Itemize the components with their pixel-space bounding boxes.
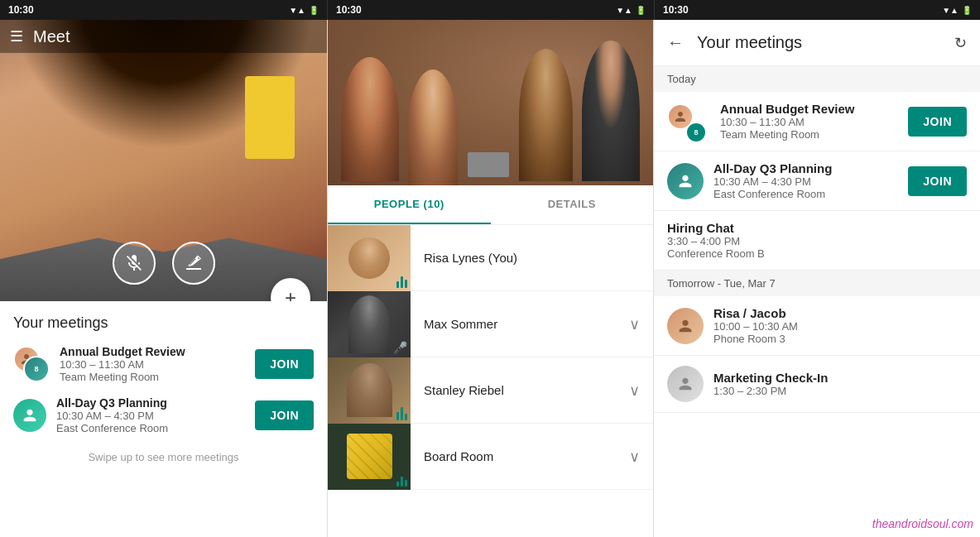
right-meeting-title-q3: All-Day Q3 Planning (713, 161, 898, 175)
right-meeting-q3: All-Day Q3 Planning 10:30 AM – 4:30 PM E… (654, 151, 980, 211)
swipe-hint: Swipe up to see more meetings (13, 448, 314, 463)
person-item-stanley: Stanley Riebel ∨ (328, 357, 653, 424)
status-bar-time-2: 10:30 (336, 4, 362, 16)
person-name-max: Max Sommer (411, 317, 629, 331)
panel-middle: PEOPLE (10) DETAILS Risa Lynes (You) (327, 20, 654, 537)
back-button[interactable]: ← (667, 33, 684, 52)
right-meeting-info-q3: All-Day Q3 Planning 10:30 AM – 4:30 PM E… (713, 161, 898, 200)
person-item-max: 🎤 Max Sommer ∨ (328, 291, 653, 357)
panel-right: ← Your meetings ↻ Today 8 Annual Budget … (654, 20, 980, 537)
camera-off-button[interactable] (172, 242, 215, 285)
person-thumb-stanley (328, 357, 411, 424)
right-meeting-room-q3: East Conference Room (713, 188, 898, 200)
muted-icon-max: 🎤 (393, 341, 407, 354)
right-header: ← Your meetings ↻ (654, 20, 980, 66)
refresh-button[interactable]: ↻ (954, 34, 967, 52)
video-controls (113, 242, 215, 285)
right-meeting-title-budget: Annual Budget Review (720, 102, 898, 116)
mute-button[interactable] (113, 242, 156, 285)
watermark: theandroidsoul.com (872, 517, 973, 530)
join-button-1[interactable]: JOIN (255, 349, 314, 379)
chevron-max: ∨ (629, 315, 653, 333)
audio-bars-risa (396, 276, 407, 288)
hiring-time: 3:30 – 4:00 PM (667, 235, 967, 247)
person-name-boardroom: Board Room (411, 449, 629, 463)
group-video-area (328, 20, 653, 185)
status-icons-3: ▼▲ 🔋 (942, 6, 972, 15)
right-meeting-info-marketing: Marketing Check-In 1:30 – 2:30 PM (713, 371, 967, 397)
section-tomorrow: Tomorrow - Tue, Mar 7 (654, 271, 980, 296)
status-icons-1: ▼▲ 🔋 (289, 6, 319, 15)
person-thumb-max: 🎤 (328, 291, 411, 357)
app-bar: ☰ Meet (0, 20, 327, 53)
meeting-info-2: All-Day Q3 Planning 10:30 AM – 4:30 PM E… (56, 396, 245, 434)
person-item-risa: Risa Lynes (You) (328, 225, 653, 291)
right-meeting-title-risa-jacob: Risa / Jacob (713, 306, 967, 320)
section-today: Today (654, 66, 980, 92)
status-bar-panel2: 10:30 ▼▲ 🔋 (327, 0, 654, 20)
fab-label: + (285, 286, 296, 301)
meeting-item-2: All-Day Q3 Planning 10:30 AM – 4:30 PM E… (13, 396, 314, 434)
avatar-count: 8 (23, 356, 50, 382)
right-meeting-time-risa-jacob: 10:00 – 10:30 AM (713, 320, 967, 333)
right-meeting-time-q3: 10:30 AM – 4:30 PM (713, 175, 898, 188)
video-area: ☰ Meet + (0, 20, 327, 301)
person-thumb-risa (328, 225, 411, 291)
app-title: Meet (33, 27, 70, 46)
meetings-list-panel1: Your meetings 8 Annual Budget Review 10:… (0, 301, 327, 537)
person-thumb-boardroom (328, 424, 411, 490)
right-meeting-title-marketing: Marketing Check-In (713, 371, 967, 385)
right-join-button-budget[interactable]: JOIN (908, 107, 967, 137)
right-meeting-time-marketing: 1:30 – 2:30 PM (713, 385, 967, 397)
tabs-bar: PEOPLE (10) DETAILS (328, 185, 653, 225)
meeting-time-2: 10:30 AM – 4:30 PM (56, 410, 245, 422)
right-title: Your meetings (697, 33, 954, 52)
meeting-room-1: Team Meeting Room (60, 371, 245, 383)
people-list: Risa Lynes (You) 🎤 Max Sommer ∨ (328, 225, 653, 537)
status-icons-2: ▼▲ 🔋 (616, 6, 646, 15)
background-object (245, 76, 295, 159)
audio-bars-stanley (396, 407, 407, 420)
hiring-chat-item: Hiring Chat 3:30 – 4:00 PM Conference Ro… (654, 211, 980, 271)
tab-people[interactable]: PEOPLE (10) (328, 185, 491, 224)
right-meeting-risa-jacob: Risa / Jacob 10:00 – 10:30 AM Phone Room… (654, 296, 980, 356)
meeting-avatar-stack-1: 8 (13, 346, 50, 382)
meeting-info-1: Annual Budget Review 10:30 – 11:30 AM Te… (60, 345, 245, 383)
right-meeting-info-budget: Annual Budget Review 10:30 – 11:30 AM Te… (720, 102, 898, 141)
right-avatar-budget: 8 (667, 103, 704, 140)
audio-bars-board (396, 477, 407, 487)
status-bar-time-3: 10:30 (663, 4, 689, 16)
meeting-title-1: Annual Budget Review (60, 345, 245, 358)
tab-details[interactable]: DETAILS (491, 185, 654, 224)
right-avatar-q3 (667, 163, 704, 199)
panel-left: ☰ Meet + Your meetings (0, 20, 327, 537)
join-button-2[interactable]: JOIN (255, 400, 314, 430)
meeting-room-2: East Conference Room (56, 422, 245, 434)
menu-icon[interactable]: ☰ (10, 27, 23, 46)
right-meeting-info-risa-jacob: Risa / Jacob 10:00 – 10:30 AM Phone Room… (713, 306, 967, 345)
person-name-risa: Risa Lynes (You) (411, 251, 653, 265)
hiring-room: Conference Room B (667, 247, 967, 260)
status-bar-panel3: 10:30 ▼▲ 🔋 (654, 0, 980, 20)
right-meeting-room-risa-jacob: Phone Room 3 (713, 333, 967, 345)
right-meeting-room-budget: Team Meeting Room (720, 128, 898, 141)
meeting-avatar-2 (13, 399, 46, 432)
hiring-title: Hiring Chat (667, 221, 967, 235)
status-bar-time-1: 10:30 (8, 4, 34, 16)
right-meeting-time-budget: 10:30 – 11:30 AM (720, 116, 898, 128)
meeting-time-1: 10:30 – 11:30 AM (60, 358, 245, 371)
right-meeting-budget: 8 Annual Budget Review 10:30 – 11:30 AM … (654, 92, 980, 151)
person-name-stanley: Stanley Riebel (411, 383, 629, 397)
right-avatar-risa (667, 308, 704, 344)
right-join-button-q3[interactable]: JOIN (908, 166, 967, 196)
right-avatar-marketing (667, 366, 704, 402)
meeting-title-2: All-Day Q3 Planning (56, 396, 245, 410)
meetings-list-title: Your meetings (13, 314, 314, 332)
meeting-item-1: 8 Annual Budget Review 10:30 – 11:30 AM … (13, 345, 314, 383)
chevron-boardroom: ∨ (629, 448, 653, 466)
right-meeting-marketing: Marketing Check-In 1:30 – 2:30 PM (654, 356, 980, 413)
person-item-boardroom: Board Room ∨ (328, 424, 653, 490)
chevron-stanley: ∨ (629, 381, 653, 400)
status-bar-panel1: 10:30 ▼▲ 🔋 (0, 0, 327, 20)
